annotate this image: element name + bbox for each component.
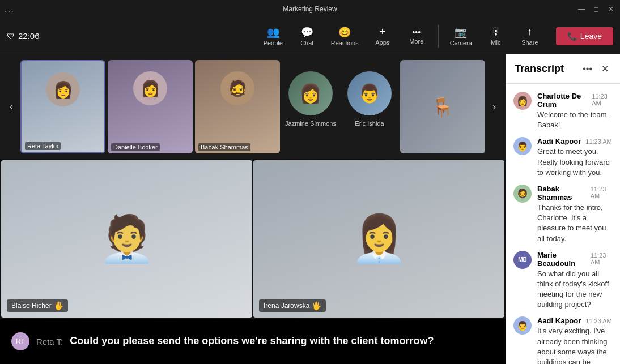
caption-speaker: Reta T:	[36, 337, 63, 346]
transcript-header: Transcript ••• ✕	[506, 54, 620, 84]
title-bar-dots: ...	[5, 5, 15, 14]
maximize-button[interactable]: ◻	[592, 5, 601, 13]
message-header: Babak Shammas 11:23 AM	[537, 185, 612, 202]
message-content: Marie Beaudouin 11:23 AM So what did you…	[537, 251, 612, 310]
people-label: People	[264, 40, 283, 46]
thumbnail-name-babak: Babak Shammas	[198, 143, 250, 151]
leave-label: Leave	[580, 32, 602, 41]
chat-label: Chat	[300, 40, 313, 46]
camera-label: Camera	[450, 40, 472, 46]
message-name: Aadi Kapoor	[537, 137, 581, 145]
message-time: 11:23 AM	[591, 252, 612, 265]
apps-icon: +	[379, 26, 385, 38]
more-button[interactable]: ••• More	[400, 25, 434, 47]
next-thumb-button[interactable]: ›	[487, 59, 501, 155]
message-text: Great to meet you. Really looking forwar…	[537, 147, 612, 178]
message-avatar: 👨	[513, 316, 532, 335]
mic-icon: 🎙	[491, 26, 501, 38]
hand-raise-icon-blaise: 🖐	[54, 301, 63, 310]
mic-button[interactable]: 🎙 Mic	[479, 24, 513, 48]
thumbnail-extra[interactable]: 🪑	[400, 60, 485, 153]
hand-raise-icon-irena: 🖐	[312, 301, 321, 310]
transcript-message: 👩 Charlotte De Crum 11:23 AM Welcome to …	[506, 88, 620, 134]
toolbar: 🛡 22:06 👥 People 💬 Chat 😊 Reactions + Ap…	[0, 18, 620, 54]
mic-label: Mic	[491, 39, 500, 46]
apps-button[interactable]: + Apps	[366, 24, 400, 48]
thumbnail-eric-ishida[interactable]: 👨 Eric Ishida	[341, 60, 398, 153]
chat-button[interactable]: 💬 Chat	[290, 24, 324, 49]
more-label: More	[409, 38, 423, 45]
video-label-irena: Irena Jarowska 🖐	[259, 299, 326, 312]
timer-display: 22:06	[18, 31, 40, 41]
message-time: 11:23 AM	[591, 186, 612, 199]
thumbnail-jazmine-simmons[interactable]: 👩 Jazmine Simmons	[282, 60, 339, 153]
content-area: ‹ 👩 Reta Taylor 👩 Danielle Booker 🧔	[0, 54, 620, 364]
transcript-more-button[interactable]: •••	[580, 62, 594, 76]
message-time: 11:23 AM	[592, 93, 612, 106]
thumbnail-danielle-booker[interactable]: 👩 Danielle Booker	[108, 60, 193, 153]
transcript-message: MB Marie Beaudouin 11:23 AM So what did …	[506, 247, 620, 314]
blaise-name: Blaise Richer	[11, 302, 52, 310]
reactions-button[interactable]: 😊 Reactions	[324, 24, 366, 49]
people-icon: 👥	[267, 26, 279, 38]
message-time: 11:23 AM	[585, 138, 611, 145]
thumbnail-name-reta: Reta Taylor	[25, 142, 61, 150]
transcript-title: Transcript	[515, 63, 580, 75]
caption-avatar: RT	[11, 332, 29, 350]
main-videos: 🧑‍💼 Blaise Richer 🖐 👩‍💼 Irena Jarowska 🖐	[0, 159, 506, 319]
more-icon: •••	[412, 28, 421, 37]
transcript-panel: Transcript ••• ✕ 👩 Charlotte De Crum 11:…	[506, 54, 620, 364]
transcript-message: 👨 Aadi Kapoor 11:23 AM It's very excitin…	[506, 313, 620, 364]
share-label: Share	[521, 39, 538, 46]
people-button[interactable]: 👥 People	[256, 24, 290, 49]
transcript-messages: 👩 Charlotte De Crum 11:23 AM Welcome to …	[506, 84, 620, 364]
thumbnail-reta-taylor[interactable]: 👩 Reta Taylor	[20, 60, 105, 153]
message-name: Marie Beaudouin	[537, 251, 586, 268]
prev-thumb-button[interactable]: ‹	[5, 59, 18, 155]
window-controls: — ◻ ✕	[577, 5, 615, 13]
message-text: Thanks for the intro, Charlotte. It's a …	[537, 203, 612, 244]
transcript-close-button[interactable]: ✕	[599, 61, 611, 76]
message-avatar: 👨	[513, 137, 532, 155]
message-content: Aadi Kapoor 11:23 AM It's very exciting.…	[537, 316, 612, 364]
share-icon: ↑	[527, 26, 532, 38]
toolbar-actions: 👥 People 💬 Chat 😊 Reactions + Apps ••• M…	[256, 24, 547, 49]
caption-text: Could you please send the options we're …	[70, 335, 434, 348]
caption-bar: RT Reta T: Could you please send the opt…	[0, 319, 506, 364]
message-content: Aadi Kapoor 11:23 AM Great to meet you. …	[537, 137, 612, 178]
chat-icon: 💬	[301, 26, 313, 38]
reactions-label: Reactions	[331, 40, 359, 46]
thumbnail-name-eric: Eric Ishida	[355, 120, 384, 127]
camera-button[interactable]: 📷 Camera	[443, 24, 479, 49]
message-header: Aadi Kapoor 11:23 AM	[537, 137, 612, 145]
message-text: It's very exciting. I've already been th…	[537, 326, 612, 364]
thumbnail-babak-shammas[interactable]: 🧔 Babak Shammas	[195, 60, 280, 153]
video-label-blaise: Blaise Richer 🖐	[7, 299, 68, 312]
message-avatar: 🧔	[513, 185, 532, 203]
share-button[interactable]: ↑ Share	[513, 24, 547, 48]
window-title: Marketing Review	[283, 5, 337, 13]
message-name: Babak Shammas	[537, 185, 586, 202]
message-time: 11:23 AM	[585, 318, 611, 324]
transcript-message: 👨 Aadi Kapoor 11:23 AM Great to meet you…	[506, 134, 620, 181]
minimize-button[interactable]: —	[577, 5, 586, 13]
shield-icon: 🛡	[7, 32, 15, 41]
message-header: Aadi Kapoor 11:23 AM	[537, 316, 612, 325]
leave-button[interactable]: 📞 Leave	[556, 27, 613, 45]
close-button[interactable]: ✕	[606, 5, 615, 13]
main-video-blaise: 🧑‍💼 Blaise Richer 🖐	[1, 160, 252, 318]
transcript-message: 🧔 Babak Shammas 11:23 AM Thanks for the …	[506, 181, 620, 247]
message-header: Marie Beaudouin 11:23 AM	[537, 251, 612, 268]
transcript-header-actions: ••• ✕	[580, 61, 611, 76]
main-video-irena: 👩‍💼 Irena Jarowska 🖐	[253, 160, 504, 318]
message-avatar: MB	[513, 251, 532, 269]
thumbnail-name-jazmine: Jazmine Simmons	[285, 120, 336, 127]
camera-icon: 📷	[455, 26, 467, 38]
message-text: So what did you all think of today's kic…	[537, 269, 612, 310]
title-bar: ... Marketing Review — ◻ ✕	[0, 0, 620, 18]
irena-name: Irena Jarowska	[264, 302, 309, 310]
leave-phone-icon: 📞	[567, 32, 577, 41]
thumbnail-name-danielle: Danielle Booker	[111, 143, 160, 151]
message-content: Charlotte De Crum 11:23 AM Welcome to th…	[537, 92, 612, 130]
video-area: ‹ 👩 Reta Taylor 👩 Danielle Booker 🧔	[0, 54, 506, 364]
